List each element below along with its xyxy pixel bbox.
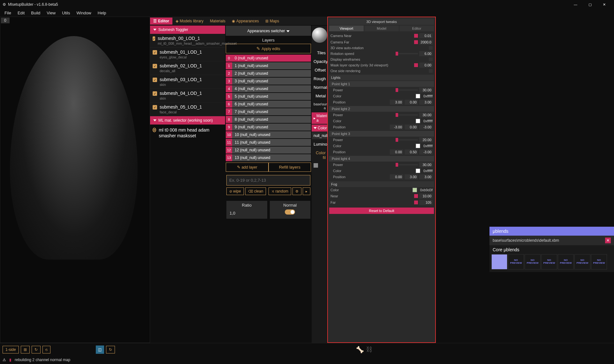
checkbox-icon[interactable]: ✓ bbox=[153, 78, 157, 82]
point-light-header[interactable]: Point light 3 bbox=[329, 131, 434, 137]
reload-icon[interactable]: ↻ bbox=[106, 346, 115, 353]
fog-near-slider[interactable] bbox=[414, 194, 418, 198]
tab-appearances[interactable]: ◉Appearances bbox=[229, 18, 262, 25]
prop-offset[interactable]: Offset bbox=[312, 66, 328, 74]
one-side-checkbox[interactable] bbox=[429, 69, 433, 73]
prop-luminosity[interactable]: Luminosi bbox=[312, 140, 328, 148]
settings-icon[interactable]: ⚙ bbox=[292, 187, 301, 195]
checkbox-icon[interactable]: ✓ bbox=[153, 91, 157, 96]
point-light-header[interactable]: Point light 4 bbox=[329, 156, 434, 162]
prop-rough[interactable]: Rough bbox=[312, 75, 328, 82]
color-swatch[interactable] bbox=[416, 94, 420, 98]
checkbox-icon[interactable]: ✓ bbox=[153, 64, 157, 68]
fog-color-swatch[interactable] bbox=[413, 188, 417, 192]
refill-layers-button[interactable]: Refill layers bbox=[269, 163, 311, 172]
prop-normals[interactable]: Normals bbox=[312, 84, 328, 91]
power-slider[interactable] bbox=[396, 164, 418, 165]
layer-item[interactable]: 99 (null_null) unused bbox=[226, 124, 311, 131]
menu-window[interactable]: Window bbox=[73, 10, 95, 16]
prop-tiles[interactable]: Tiles bbox=[312, 49, 328, 57]
layer-item[interactable]: 1212 (null_null) unused bbox=[226, 147, 311, 154]
ublends-close-icon[interactable]: ✕ bbox=[605, 238, 611, 243]
layer-item[interactable]: 55 (null_null) unused bbox=[226, 93, 311, 100]
link-icon[interactable]: ⛓ bbox=[366, 346, 372, 353]
apply-edits-button[interactable]: ✎ Apply edits bbox=[226, 44, 311, 53]
prop-metal[interactable]: Metal bbox=[312, 92, 328, 100]
submesh-item[interactable]: ✓submesh_00_LOD_1ml_t0_008_mm_head__adam… bbox=[150, 34, 225, 48]
ublend-thumb[interactable]: NO PREVIEW bbox=[508, 254, 524, 269]
layer-item[interactable]: 33 (null_null) unused bbox=[226, 78, 311, 85]
3d-viewport[interactable]: 0 bbox=[0, 17, 150, 343]
tab-models-library[interactable]: ◈Models library bbox=[172, 18, 207, 25]
point-light-header[interactable]: Point light 2 bbox=[329, 106, 434, 112]
materials-button[interactable]: ▸Materi a bbox=[312, 112, 328, 124]
ml-material-item[interactable]: ml t0 008 mm head adam smasher masksset bbox=[150, 125, 225, 141]
add-layer-button[interactable]: ✎ add layer bbox=[226, 163, 269, 172]
ublend-thumb[interactable] bbox=[491, 254, 507, 269]
prop-colorfill[interactable]: Color fil bbox=[312, 149, 328, 161]
fog-section[interactable]: Fog bbox=[329, 181, 434, 187]
tweaks-tab-model[interactable]: Model bbox=[364, 26, 399, 31]
tab-materials[interactable]: Materials bbox=[207, 18, 229, 25]
checkbox-icon[interactable]: ✓ bbox=[153, 36, 155, 41]
random-button[interactable]: ⤭random bbox=[269, 187, 291, 195]
layer-item[interactable]: 22 (null_null) unused bbox=[226, 70, 311, 77]
menu-help[interactable]: Help bbox=[95, 10, 110, 16]
bone-icon[interactable]: 🦴 bbox=[356, 346, 364, 353]
layer-item[interactable]: 1111 (null_null) unused bbox=[226, 139, 311, 146]
camera-near-slider[interactable] bbox=[414, 34, 418, 38]
wipe-button[interactable]: ⊘wipe bbox=[226, 187, 244, 195]
menu-file[interactable]: File bbox=[1, 10, 14, 16]
layer-item[interactable]: 1313 (null_null) unused bbox=[226, 154, 311, 161]
ublend-thumb[interactable]: NO PREVIEW bbox=[541, 254, 557, 269]
point-light-header[interactable]: Point light 1 bbox=[329, 81, 434, 87]
ublend-thumb[interactable]: NO PREVIEW bbox=[574, 254, 590, 269]
appearances-switcher[interactable]: Appearances switcher bbox=[226, 26, 311, 36]
layer-item[interactable]: 00 (null_null) unused bbox=[226, 55, 311, 62]
menu-view[interactable]: View bbox=[43, 10, 59, 16]
side-button[interactable]: 1-side bbox=[3, 346, 19, 353]
layout-icon[interactable]: ◫ bbox=[96, 345, 104, 354]
normal-toggle[interactable] bbox=[285, 209, 295, 215]
minimize-button[interactable]: — bbox=[568, 0, 583, 9]
rotation-speed-slider[interactable] bbox=[396, 53, 418, 54]
checkbox-icon[interactable]: ✓ bbox=[153, 105, 157, 110]
menu-build[interactable]: Build bbox=[28, 10, 43, 16]
tweaks-tab-editor[interactable]: Editor bbox=[399, 26, 434, 31]
layer-item[interactable]: 77 (null_null) unused bbox=[226, 108, 311, 115]
layer-item[interactable]: 88 (null_null) unused bbox=[226, 116, 311, 123]
submesh-toggler-header[interactable]: Submesh Toggler bbox=[150, 26, 225, 34]
layer-item[interactable]: 11 (null_null) unused bbox=[226, 62, 311, 69]
submesh-item[interactable]: ✓submesh_05_LOD_1face_decal bbox=[150, 102, 225, 116]
ublend-thumb[interactable]: NO PREVIEW bbox=[558, 254, 574, 269]
close-button[interactable]: ✕ bbox=[597, 0, 611, 9]
tab-maps[interactable]: ⊞Maps bbox=[262, 18, 282, 25]
reset-button[interactable]: Reset to Default bbox=[329, 208, 434, 214]
ml-selector-header[interactable]: ML mat. selector (working soon) bbox=[150, 116, 225, 125]
color-swatch[interactable] bbox=[416, 169, 420, 173]
tweaks-tab-viewport[interactable]: Viewport bbox=[329, 26, 364, 31]
ratio-value[interactable]: 1,0 bbox=[228, 209, 265, 217]
power-slider[interactable] bbox=[396, 89, 418, 91]
submesh-item[interactable]: ✓submesh_04_LOD_1skin bbox=[150, 89, 225, 102]
power-slider[interactable] bbox=[396, 139, 418, 140]
wireframes-checkbox[interactable] bbox=[429, 57, 433, 61]
ublend-thumb[interactable]: NO PREVIEW bbox=[591, 254, 607, 269]
ublend-thumb[interactable]: NO PREVIEW bbox=[525, 254, 541, 269]
viewport-tab[interactable]: 0 bbox=[1, 18, 10, 23]
anchor-icon[interactable]: ⎋ bbox=[42, 346, 50, 353]
grid-icon[interactable]: ⊞ bbox=[21, 346, 30, 353]
lights-section[interactable]: Lights bbox=[329, 75, 434, 80]
power-slider[interactable] bbox=[396, 114, 418, 116]
layer-item[interactable]: 44 (null_null) unused bbox=[226, 85, 311, 92]
checkbox-icon[interactable]: ✓ bbox=[153, 50, 157, 55]
menu-utils[interactable]: Utils bbox=[59, 10, 73, 16]
layer-item[interactable]: 1010 (null_null) unused bbox=[226, 131, 311, 138]
play-icon[interactable]: ▸ bbox=[303, 187, 310, 195]
camera-far-slider[interactable] bbox=[414, 40, 418, 44]
refresh-icon[interactable]: ↻ bbox=[32, 346, 41, 353]
submesh-item[interactable]: ✓submesh_02_LOD_1decals_all bbox=[150, 61, 225, 75]
color-swatch[interactable] bbox=[314, 163, 318, 168]
mask-opacity-slider[interactable] bbox=[414, 63, 418, 67]
tab-editor[interactable]: ☰Editor bbox=[150, 18, 172, 25]
